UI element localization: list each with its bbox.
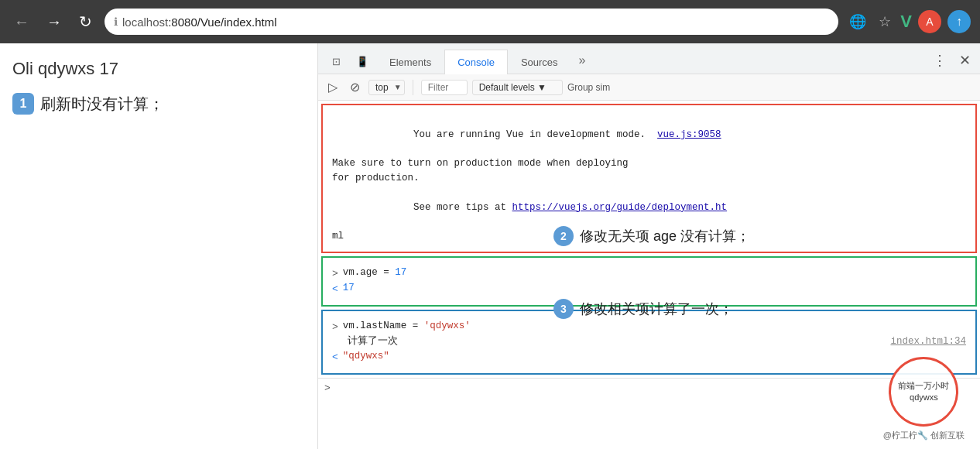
devtools: ⊡ 📱 Elements Console Sources » ⋮ ✕ ▷ ⊘ t… xyxy=(317,43,980,449)
upload-button[interactable]: ↑ xyxy=(947,10,971,33)
watermark-line2: qdywxs xyxy=(910,392,938,403)
console-calculated: 计算了一次index.html:34 xyxy=(332,334,966,349)
console-text-1: You are running Vue in development mode.… xyxy=(332,113,966,156)
default-levels-button[interactable]: Default levels ▼ xyxy=(472,80,563,95)
console-block-vue-warning: You are running Vue in development mode.… xyxy=(321,104,977,253)
webpage-area: Oli qdywxs 17 1 刷新时没有计算； xyxy=(0,43,317,449)
calculated-text: 计算了一次index.html:34 xyxy=(332,334,966,349)
context-select-label: top xyxy=(368,80,405,95)
annotation-1: 1 刷新时没有计算； xyxy=(12,93,305,115)
watermark-line1: 前端一万小时 xyxy=(898,380,949,392)
console-line-5: ml xyxy=(332,229,966,244)
vm-age-command: vm.age = 17 xyxy=(343,266,966,280)
filter-input[interactable] xyxy=(421,80,468,95)
address-bar[interactable]: ℹ localhost:8080/Vue/index.html xyxy=(105,9,838,35)
vuejs-link[interactable]: https://vuejs.org/guide/deployment.ht xyxy=(512,202,728,213)
console-text-2: Make sure to turn on production mode whe… xyxy=(332,156,966,171)
watermark: 前端一万小时 qdywxs @柠工柠🔧 创新互联 xyxy=(883,357,965,441)
cursor-icon[interactable]: ⊡ xyxy=(324,50,348,74)
browser-topbar: ← → ↻ ℹ localhost:8080/Vue/index.html 🌐 … xyxy=(0,0,980,43)
console-block-vm-age: > vm.age = 17 < 17 xyxy=(321,256,977,307)
console-toolbar: ▷ ⊘ top ▼ Default levels ▼ Group sim xyxy=(318,74,980,101)
toolbar-divider xyxy=(413,80,413,95)
console-line-2: Make sure to turn on production mode whe… xyxy=(332,156,966,171)
devtools-close-button[interactable]: ✕ xyxy=(954,50,975,70)
arrow-out-lastname: < xyxy=(332,350,338,365)
console-prompt: > xyxy=(318,378,980,397)
console-vm-age-output: < 17 xyxy=(332,281,966,297)
console-text-5: ml xyxy=(332,229,966,244)
tab-more[interactable]: » xyxy=(571,47,594,74)
bookmark-button[interactable]: ☆ xyxy=(875,10,894,33)
url-port: :8080 xyxy=(168,15,197,29)
url-host: localhost xyxy=(122,15,168,29)
vm-lastname-command: vm.lastName = 'qdywxs' xyxy=(343,319,966,334)
console-vm-age-input: > vm.age = 17 xyxy=(332,266,966,282)
toolbar-right: 🌐 ☆ V A ↑ xyxy=(846,10,971,33)
arrow-in-age: > xyxy=(332,266,338,282)
address-url: localhost:8080/Vue/index.html xyxy=(122,15,277,29)
devtools-actions: ⋮ ✕ xyxy=(928,50,980,74)
reload-button[interactable]: ↻ xyxy=(74,9,97,34)
url-path: /Vue/index.html xyxy=(197,15,277,29)
vm-age-result: 17 xyxy=(343,281,966,296)
console-line-4: See more tips at https://vuejs.org/guide… xyxy=(332,186,966,229)
devtools-panel: ⊡ 📱 Elements Console Sources » ⋮ ✕ ▷ ⊘ t… xyxy=(317,43,980,449)
translate-button[interactable]: 🌐 xyxy=(846,10,869,33)
console-text-4: See more tips at https://vuejs.org/guide… xyxy=(332,186,966,229)
badge-1: 1 xyxy=(12,93,34,115)
tab-console[interactable]: Console xyxy=(444,50,508,74)
context-selector[interactable]: top ▼ xyxy=(368,80,405,95)
annotation1-text: 刷新时没有计算； xyxy=(40,94,164,115)
vue-logo: V xyxy=(900,12,912,32)
console-lastname-output: < "qdywxs" xyxy=(332,349,966,365)
lastname-result: "qdywxs" xyxy=(343,349,966,364)
avatar: A xyxy=(918,10,941,33)
warn-line4: See more tips at xyxy=(413,202,512,213)
console-text-3: for production. xyxy=(332,171,966,186)
clear-console-button[interactable]: ⊘ xyxy=(346,77,364,97)
info-icon: ℹ xyxy=(114,15,118,28)
back-button[interactable]: ← xyxy=(9,10,34,34)
vue-link[interactable]: vue.js:9058 xyxy=(657,129,721,140)
forward-button[interactable]: → xyxy=(42,10,67,34)
console-line-1: You are running Vue in development mode.… xyxy=(332,113,966,156)
tab-sources[interactable]: Sources xyxy=(508,50,571,74)
main-content: Oli qdywxs 17 1 刷新时没有计算； ⊡ 📱 Elements Co… xyxy=(0,43,980,449)
mobile-icon[interactable]: 📱 xyxy=(348,50,376,74)
console-block-vm-lastname: > vm.lastName = 'qdywxs' 计算了一次index.html… xyxy=(321,310,977,375)
watermark-circle: 前端一万小时 qdywxs xyxy=(889,357,958,427)
devtools-tabs: ⊡ 📱 Elements Console Sources » ⋮ ✕ xyxy=(318,43,980,74)
tab-elements[interactable]: Elements xyxy=(376,50,444,74)
group-similar-label: Group sim xyxy=(567,82,610,93)
page-title: Oli qdywxs 17 xyxy=(12,59,305,79)
watermark-subtext: @柠工柠🔧 创新互联 xyxy=(883,430,965,441)
console-lastname-input: > vm.lastName = 'qdywxs' xyxy=(332,319,966,335)
arrow-in-lastname: > xyxy=(332,320,338,335)
console-line-3: for production. xyxy=(332,171,966,186)
arrow-out-age: < xyxy=(332,282,338,297)
prompt-arrow: > xyxy=(324,382,331,394)
console-output: You are running Vue in development mode.… xyxy=(318,101,980,449)
execute-context-button[interactable]: ▷ xyxy=(324,77,341,97)
devtools-menu-button[interactable]: ⋮ xyxy=(928,50,951,70)
warn-line1: You are running Vue in development mode. xyxy=(413,129,657,140)
